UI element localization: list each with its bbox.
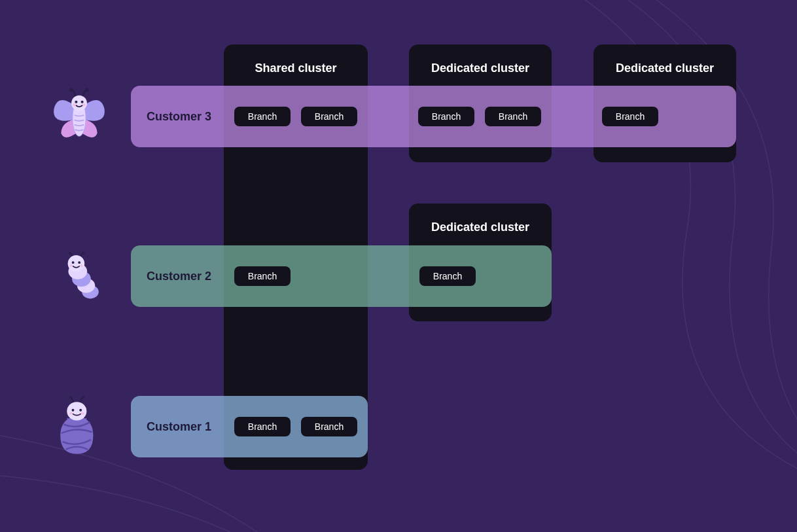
customer-label: Customer 3 (147, 110, 211, 124)
caterpillar-icon (54, 250, 106, 302)
cluster-title: Shared cluster (224, 62, 368, 75)
svg-point-19 (80, 264, 82, 267)
cluster-title: Dedicated cluster (409, 221, 552, 234)
svg-point-5 (75, 101, 77, 103)
butterfly-icon (49, 85, 109, 145)
branch-pill: Branch (301, 107, 357, 126)
svg-point-24 (79, 409, 82, 412)
customer-row-2: Customer 2 (131, 245, 552, 307)
branch-pill: Branch (419, 266, 476, 286)
svg-point-15 (68, 255, 85, 272)
cluster-title: Dedicated cluster (593, 62, 736, 75)
branch-pill: Branch (602, 107, 658, 126)
svg-point-9 (69, 252, 71, 255)
branch-pill: Branch (301, 417, 357, 436)
svg-point-4 (71, 96, 87, 111)
svg-point-1 (85, 88, 89, 92)
branch-pill: Branch (418, 107, 474, 126)
svg-point-0 (69, 88, 73, 92)
branch-pill: Branch (234, 417, 291, 436)
svg-point-8 (82, 103, 86, 107)
customer-label: Customer 2 (147, 270, 211, 283)
branch-pill: Branch (234, 266, 291, 286)
svg-point-6 (81, 101, 84, 103)
svg-point-18 (69, 264, 72, 267)
svg-point-7 (73, 103, 76, 107)
cluster-title: Dedicated cluster (409, 62, 552, 75)
branch-pill: Branch (234, 107, 291, 126)
branch-pill: Branch (485, 107, 541, 126)
svg-point-17 (78, 261, 80, 264)
svg-point-10 (82, 252, 85, 255)
customer-label: Customer 1 (147, 420, 211, 434)
svg-point-26 (81, 412, 84, 415)
svg-point-16 (72, 261, 75, 264)
cocoon-icon (56, 396, 100, 456)
svg-point-23 (72, 409, 75, 412)
svg-point-25 (69, 412, 72, 415)
svg-point-22 (67, 402, 86, 420)
